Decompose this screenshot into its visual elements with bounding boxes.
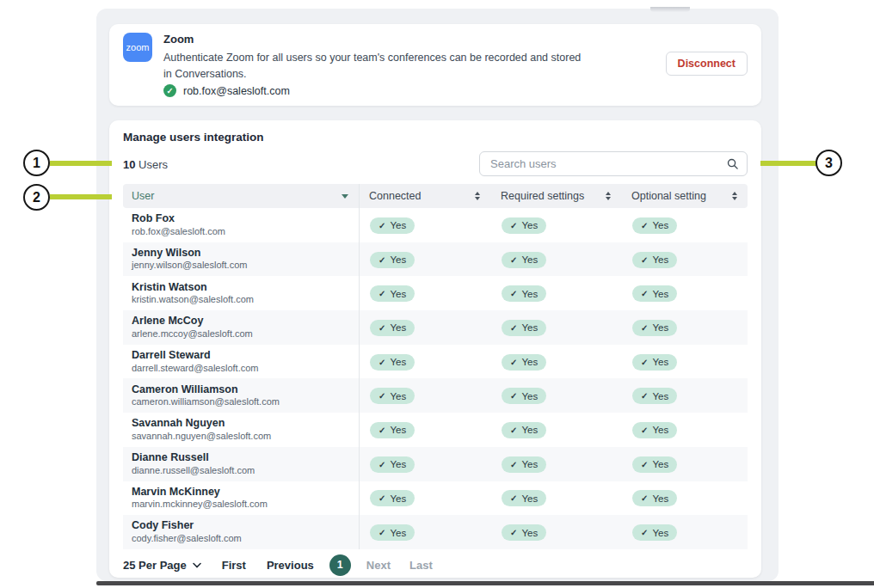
yes-badge-label: Yes	[390, 528, 406, 538]
check-icon: ✓	[510, 391, 517, 401]
check-icon: ✓	[641, 221, 648, 230]
check-icon: ✓	[641, 528, 648, 537]
sort-desc-icon	[342, 194, 348, 199]
yes-badge: ✓Yes	[502, 490, 546, 506]
column-header-required-settings[interactable]: Required settings	[490, 184, 621, 208]
yes-badge-label: Yes	[521, 493, 538, 504]
pagination-previous[interactable]: Previous	[267, 559, 314, 572]
integration-description: Authenticate Zoom for all users so your …	[163, 50, 583, 83]
connected-email: rob.fox@salesloft.com	[183, 85, 290, 97]
connected-cell: ✓Yes	[359, 251, 490, 268]
check-icon: ✓	[510, 460, 517, 469]
optional-setting-cell: ✓Yes	[621, 353, 748, 371]
required-settings-cell: ✓Yes	[490, 353, 621, 371]
column-header-optional-setting[interactable]: Optional setting	[621, 184, 748, 208]
annotation-line-3	[760, 161, 817, 166]
per-page-dropdown[interactable]: 25 Per Page	[123, 559, 201, 572]
yes-badge-label: Yes	[652, 254, 668, 265]
check-circle-icon: ✓	[163, 84, 176, 97]
search-users-input[interactable]	[479, 151, 748, 176]
yes-badge-label: Yes	[521, 322, 538, 333]
check-icon: ✓	[641, 426, 648, 435]
connected-cell: ✓Yes	[359, 217, 490, 234]
yes-badge: ✓Yes	[502, 388, 546, 404]
yes-badge: ✓Yes	[632, 320, 677, 336]
check-icon: ✓	[510, 323, 517, 333]
zoom-logo-icon: zoom	[123, 33, 152, 62]
check-icon: ✓	[641, 358, 648, 367]
column-header-connected[interactable]: Connected	[359, 184, 490, 208]
user-name: Dianne Russell	[132, 451, 359, 465]
column-header-user[interactable]: User	[123, 184, 359, 208]
per-page-label: 25 Per Page	[123, 559, 187, 572]
yes-badge: ✓Yes	[370, 524, 415, 541]
check-icon: ✓	[510, 528, 517, 537]
pagination-current-page[interactable]: 1	[329, 554, 351, 576]
check-icon: ✓	[379, 221, 385, 230]
connected-cell: ✓Yes	[359, 285, 490, 302]
window-bottom-edge	[96, 581, 874, 585]
check-icon: ✓	[379, 289, 385, 298]
user-name: Kristin Watson	[132, 281, 359, 295]
pagination-first[interactable]: First	[222, 559, 246, 572]
check-icon: ✓	[641, 255, 648, 265]
user-count: 10 Users	[123, 158, 168, 171]
yes-badge-label: Yes	[521, 357, 538, 367]
user-cell: Jenny Wilson jenny.wilson@salesloft.com	[123, 247, 359, 272]
check-icon: ✓	[379, 358, 385, 367]
yes-badge: ✓Yes	[502, 252, 546, 268]
yes-badge: ✓Yes	[502, 422, 546, 438]
check-icon: ✓	[510, 255, 517, 265]
table-header: User Connected Required settings Optiona…	[123, 184, 748, 208]
sort-toggle-icon	[475, 192, 480, 201]
user-email: kristin.watson@salesloft.com	[132, 294, 359, 306]
table-row: Savannah Nguyen savannah.nguyen@saleslof…	[123, 413, 748, 447]
yes-badge-label: Yes	[652, 289, 668, 299]
yes-badge-label: Yes	[390, 220, 406, 230]
disconnect-button[interactable]: Disconnect	[666, 52, 748, 76]
yes-badge-label: Yes	[652, 425, 668, 435]
annotation-circle-2: 2	[23, 184, 50, 211]
required-settings-cell: ✓Yes	[490, 251, 621, 268]
connected-cell: ✓Yes	[359, 524, 490, 541]
zoom-integration-card: zoom Zoom Authenticate Zoom for all user…	[109, 24, 761, 106]
search-icon	[726, 157, 739, 174]
check-icon: ✓	[379, 493, 385, 503]
optional-setting-cell: ✓Yes	[621, 251, 748, 268]
user-email: darrell.steward@salesloft.com	[132, 363, 359, 375]
page: zoom Zoom Authenticate Zoom for all user…	[0, 0, 874, 588]
yes-badge: ✓Yes	[632, 456, 677, 473]
yes-badge: ✓Yes	[502, 320, 546, 336]
yes-badge: ✓Yes	[370, 320, 415, 336]
yes-badge: ✓Yes	[502, 285, 546, 302]
annotation-number-2: 2	[33, 190, 40, 205]
check-icon: ✓	[641, 460, 648, 469]
sort-toggle-icon	[606, 192, 611, 201]
user-email: jenny.wilson@salesloft.com	[132, 260, 359, 272]
annotation-line-1	[50, 161, 112, 166]
connected-cell: ✓Yes	[359, 353, 490, 371]
connected-cell: ✓Yes	[359, 456, 490, 473]
connected-cell: ✓Yes	[359, 421, 490, 438]
table-row: Arlene McCoy arlene.mccoy@salesloft.com …	[123, 310, 748, 345]
manage-users-title: Manage users integration	[123, 131, 264, 144]
user-cell: Dianne Russell dianne.russell@salesloft.…	[123, 451, 359, 476]
user-cell: Rob Fox rob.fox@salesloft.com	[123, 212, 359, 237]
check-icon: ✓	[641, 391, 648, 401]
yes-badge-label: Yes	[652, 322, 668, 333]
cut-off-element	[650, 7, 690, 12]
connected-cell: ✓Yes	[359, 489, 490, 506]
annotation-line-2	[50, 194, 112, 199]
yes-badge-label: Yes	[521, 391, 538, 401]
yes-badge: ✓Yes	[370, 422, 415, 438]
pagination-last[interactable]: Last	[409, 559, 433, 572]
user-name: Cody Fisher	[132, 519, 359, 533]
sort-toggle-icon	[732, 192, 737, 201]
connected-account-row: ✓ rob.fox@salesloft.com	[163, 84, 290, 97]
pagination-next[interactable]: Next	[366, 559, 391, 572]
integration-title: Zoom	[163, 33, 194, 46]
user-count-label: Users	[138, 158, 168, 171]
check-icon: ✓	[379, 391, 385, 401]
user-name: Marvin McKinney	[132, 486, 359, 499]
yes-badge-label: Yes	[652, 459, 668, 469]
